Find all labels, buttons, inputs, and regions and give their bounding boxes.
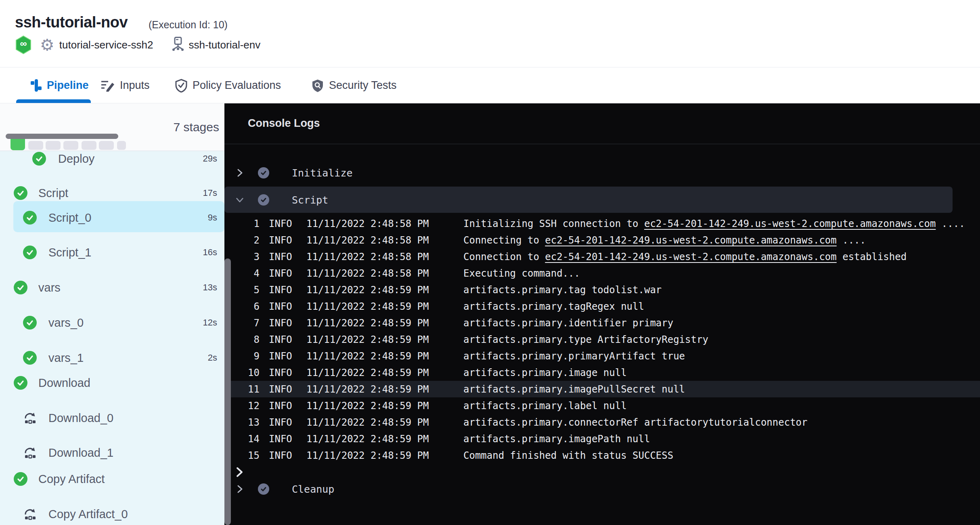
chevron-right-icon[interactable] (235, 484, 244, 494)
success-check-icon (23, 351, 37, 365)
log-message-text: artifacts.primary.tag todolist.war (463, 284, 662, 296)
log-message: artifacts.primary.tag todolist.war (463, 284, 662, 296)
stage-row-download[interactable]: Download (0, 372, 224, 394)
stage-row-download_0[interactable]: Download_0 (0, 407, 224, 429)
log-level: INFO (269, 334, 292, 345)
log-timestamp: 11/11/2022 2:48:59 PM (306, 301, 429, 312)
tab-security-tests[interactable]: Security Tests (312, 67, 397, 103)
page-title: ssh-tutorial-nov (15, 14, 128, 31)
tab-inputs[interactable]: Inputs (101, 67, 150, 103)
host-link[interactable]: ec2-54-201-142-249.us-west-2.compute.ama… (545, 251, 836, 262)
stages-summary-bar: 7 stages (0, 103, 224, 151)
log-timestamp: 11/11/2022 2:48:59 PM (306, 450, 429, 461)
infinity-glyph: ∞ (15, 38, 32, 49)
chevron-right-icon[interactable] (235, 168, 244, 178)
host-link[interactable]: ec2-54-201-142-249.us-west-2.compute.ama… (545, 235, 836, 246)
console-section-initialize[interactable]: Initialize (224, 163, 980, 183)
stage-row-copy-artifact_0[interactable]: Copy Artifact_0 (0, 503, 224, 525)
log-level: INFO (269, 268, 292, 279)
log-line-number: 1 (238, 218, 260, 229)
stage-label: Deploy (58, 152, 94, 166)
log-message-suffix: .... (837, 235, 866, 246)
stage-row-download_1[interactable]: Download_1 (0, 441, 224, 464)
log-timestamp: 11/11/2022 2:48:59 PM (306, 367, 429, 378)
chevron-down-icon[interactable] (235, 195, 244, 204)
expand-panel-chevron-icon[interactable] (234, 465, 245, 481)
log-level: INFO (269, 235, 292, 246)
log-timestamp: 11/11/2022 2:48:59 PM (306, 334, 429, 345)
stage-duration: 9s (208, 212, 217, 223)
log-level: INFO (269, 317, 292, 329)
log-message-text: artifacts.primary.label null (463, 400, 627, 412)
service-environment-row: ∞ ⚙ tutorial-service-ssh2 ssh-tutorial-e… (15, 36, 260, 54)
stage-row-vars[interactable]: vars13s (0, 276, 224, 299)
section-label: Script (292, 194, 328, 206)
tab-label: Inputs (120, 79, 150, 92)
command-step-icon (23, 507, 37, 521)
console-section-cleanup[interactable]: Cleanup (224, 479, 980, 499)
log-message-text: Connecting to (463, 235, 545, 246)
stage-row-copy-artifact[interactable]: Copy Artifact (0, 468, 224, 490)
log-line-number: 7 (238, 317, 260, 329)
log-message-text: artifacts.primary.imagePath null (463, 433, 650, 445)
stage-label: vars (38, 281, 61, 294)
log-message-text: Command finished with status SUCCESS (463, 450, 673, 461)
horizontal-scrollbar[interactable] (6, 134, 118, 139)
stage-count-label: 7 stages (174, 120, 219, 134)
log-message: artifacts.primary.image null (463, 367, 627, 378)
stage-duration: 16s (203, 247, 217, 258)
log-level: INFO (269, 284, 292, 296)
log-line-number: 8 (238, 334, 260, 345)
service-name[interactable]: tutorial-service-ssh2 (59, 39, 153, 51)
success-check-icon (23, 316, 37, 330)
stage-label: Script_0 (48, 211, 91, 225)
success-check-icon (14, 376, 27, 390)
log-level: INFO (269, 367, 292, 378)
stage-duration: 17s (203, 188, 217, 198)
log-line-number: 5 (238, 284, 260, 296)
log-line-8: 8INFO11/11/2022 2:48:59 PMartifacts.prim… (224, 331, 980, 348)
log-message: Connection to ec2-54-201-142-249.us-west… (463, 251, 907, 262)
stage-row-script[interactable]: Script17s (0, 182, 224, 204)
stage-row-script_0[interactable]: Script_09s (0, 206, 224, 229)
tab-pipeline[interactable]: Pipeline (31, 67, 89, 103)
log-timestamp: 11/11/2022 2:48:58 PM (306, 251, 429, 262)
stage-label: vars_1 (48, 351, 84, 365)
log-timestamp: 11/11/2022 2:48:59 PM (306, 417, 429, 428)
log-line-number: 4 (238, 268, 260, 279)
log-message: Initializing SSH connection to ec2-54-20… (463, 218, 965, 229)
sidebar-scrollbar[interactable] (224, 258, 231, 525)
log-level: INFO (269, 218, 292, 229)
environment-name[interactable]: ssh-tutorial-env (189, 39, 261, 51)
stage-row-vars_1[interactable]: vars_12s (0, 346, 224, 369)
log-line-15: 15INFO11/11/2022 2:48:59 PMCommand finis… (224, 447, 980, 464)
log-line-12: 12INFO11/11/2022 2:48:59 PMartifacts.pri… (224, 397, 980, 414)
log-level: INFO (269, 433, 292, 445)
log-timestamp: 11/11/2022 2:48:59 PM (306, 284, 429, 296)
log-line-2: 2INFO11/11/2022 2:48:58 PMConnecting to … (224, 232, 980, 248)
log-line-14: 14INFO11/11/2022 2:48:59 PMartifacts.pri… (224, 430, 980, 447)
tab-policy-evaluations[interactable]: Policy Evaluations (175, 67, 281, 103)
stage-duration: 2s (208, 353, 217, 363)
log-message: artifacts.primary.type ArtifactoryRegist… (463, 334, 708, 345)
host-link[interactable]: ec2-54-201-142-249.us-west-2.compute.ama… (644, 218, 936, 229)
console-logs-title: Console Logs (248, 117, 320, 130)
stage-row-script_1[interactable]: Script_116s (0, 241, 224, 264)
console-section-script[interactable]: Script (224, 190, 980, 210)
log-message-text: Executing command... (463, 268, 580, 279)
log-message: Connecting to ec2-54-201-142-249.us-west… (463, 235, 866, 246)
log-line-7: 7INFO11/11/2022 2:48:59 PMartifacts.prim… (224, 315, 980, 331)
console-header-divider (224, 144, 980, 144)
progress-segment (82, 141, 96, 150)
section-label: Initialize (292, 167, 353, 179)
security-shield-icon (312, 79, 324, 92)
gear-icon: ⚙ (40, 37, 54, 53)
log-message-text: Connection to (463, 251, 545, 262)
log-level: INFO (269, 384, 292, 395)
pipeline-icon (31, 79, 42, 92)
inputs-icon (101, 79, 115, 92)
log-line-number: 14 (238, 433, 260, 445)
policy-shield-icon (175, 79, 187, 92)
log-line-number: 9 (238, 351, 260, 362)
stage-row-vars_0[interactable]: vars_012s (0, 311, 224, 334)
